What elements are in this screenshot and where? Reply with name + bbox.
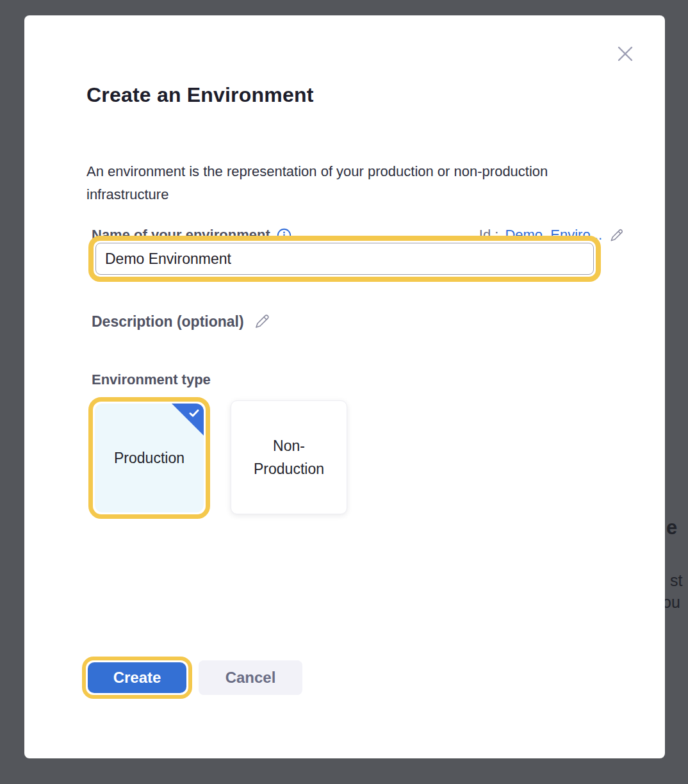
env-type-option-production[interactable]: Production: [95, 404, 204, 512]
dialog-title: Create an Environment: [86, 83, 314, 107]
environment-type-label: Environment type: [92, 372, 211, 388]
background-text-fragment: ou: [662, 593, 680, 612]
env-type-option-non-production[interactable]: Non-Production: [231, 400, 347, 514]
dialog-actions: Create Cancel: [82, 657, 302, 699]
edit-description-pencil-icon[interactable]: [253, 313, 271, 331]
tutorial-highlight-ring: Create: [82, 657, 192, 699]
background-text-fragment: e: [666, 516, 677, 539]
dialog-description: An environment is the representation of …: [86, 160, 564, 206]
cancel-button[interactable]: Cancel: [199, 660, 302, 695]
edit-id-pencil-icon[interactable]: [609, 227, 625, 243]
card-label: Non-Production: [250, 434, 327, 480]
background-text-fragment: st: [670, 571, 682, 590]
close-icon[interactable]: [613, 42, 637, 66]
tutorial-highlight-ring: Production: [88, 397, 210, 519]
tutorial-highlight-ring: [88, 236, 601, 282]
checkmark-icon: [188, 407, 201, 420]
create-button[interactable]: Create: [88, 662, 186, 693]
description-label: Description (optional): [92, 313, 244, 331]
close-icon-glyph: [613, 42, 637, 66]
environment-name-input[interactable]: [95, 243, 594, 275]
create-environment-dialog: Create an Environment An environment is …: [24, 15, 665, 758]
card-label: Production: [114, 446, 184, 470]
description-field-header: Description (optional): [92, 313, 271, 331]
environment-type-options: Production Non-Production: [88, 397, 347, 519]
